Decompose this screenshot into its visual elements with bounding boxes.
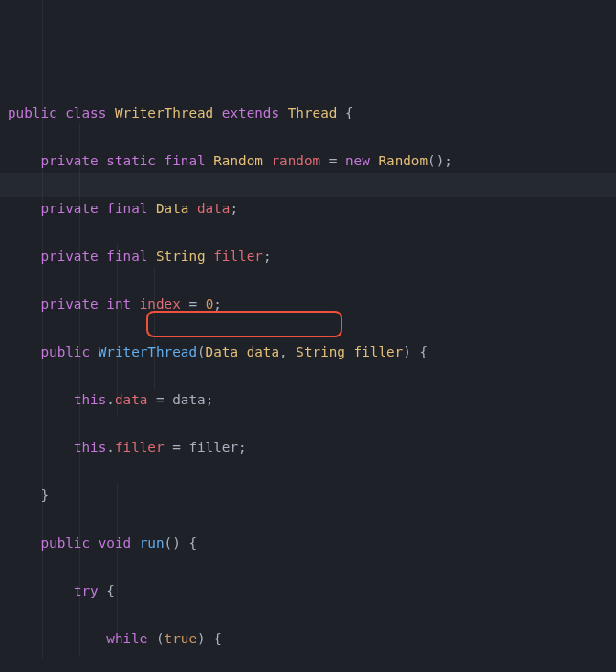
code-line: private final String filler;	[4, 245, 616, 269]
code-line: public class WriterThread extends Thread…	[4, 101, 616, 125]
code-line: private static final Random random = new…	[4, 149, 616, 173]
code-line: private final Data data;	[4, 197, 616, 221]
code-line: while (true) {	[4, 627, 616, 651]
code-line: public void run() {	[4, 531, 616, 555]
code-line: private int index = 0;	[4, 293, 616, 316]
code-editor[interactable]: public class WriterThread extends Thread…	[0, 0, 616, 672]
code-line: try {	[4, 579, 616, 603]
code-line: this.data = data;	[4, 388, 616, 412]
code-line: }	[4, 484, 616, 508]
current-line-highlight	[0, 173, 616, 197]
code-line: public WriterThread(Data data, String fi…	[4, 340, 616, 364]
code-line: this.filler = filler;	[4, 436, 616, 460]
